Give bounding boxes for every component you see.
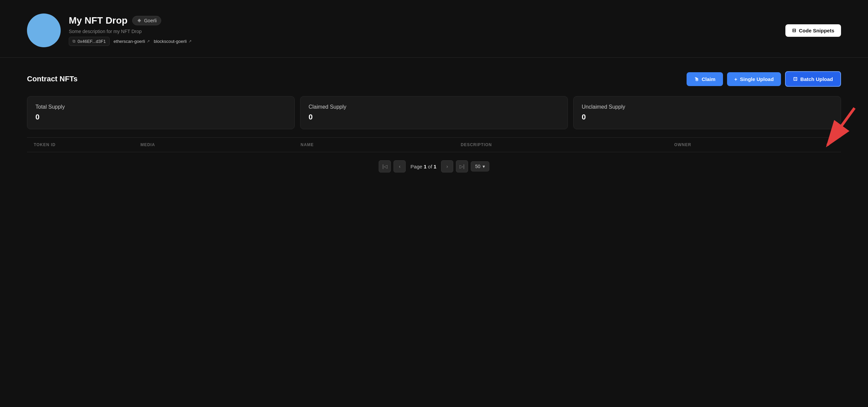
address-row: ⧉ 0x46EF...d3F1 etherscan-goerli ↗ block… [69,37,192,46]
claimed-supply-value: 0 [309,113,559,121]
action-buttons: 🖱 Claim + Single Upload ⊡ Batch Upload [687,71,841,87]
network-label: Goerli [144,18,156,23]
header: My NFT Drop Goerli Some description for … [0,0,868,58]
col-token-id: TOKEN ID [34,142,141,147]
batch-icon: ⊡ [793,76,798,82]
current-page: 1 [424,164,427,169]
blockscout-label: blockscout-goerli [154,39,187,44]
total-supply-card: Total Supply 0 [27,96,295,129]
nft-title: My NFT Drop [69,15,127,26]
section-header: Contract NFTs 🖱 Claim + Single Upload ⊡ … [27,71,841,87]
plus-icon: + [734,76,737,82]
description: Some description for my NFT Drop [69,29,192,34]
claimed-supply-card: Claimed Supply 0 [300,96,568,129]
blockscout-link[interactable]: blockscout-goerli ↗ [154,39,192,44]
col-owner: OWNER [674,142,834,147]
pagination-row: |◁ ‹ Page 1 of 1 › ▷| 50 ▾ [27,152,841,181]
single-upload-button[interactable]: + Single Upload [727,72,781,86]
single-upload-label: Single Upload [740,76,774,82]
code-snippets-button[interactable]: ⊟ Code Snippets [785,24,841,37]
per-page-select[interactable]: 50 ▾ [471,161,489,171]
last-page-icon: ▷| [460,164,465,169]
col-media: MEDIA [141,142,301,147]
total-supply-value: 0 [35,113,286,121]
stats-row: Total Supply 0 Claimed Supply 0 Unclaime… [27,96,841,129]
avatar [27,13,61,47]
batch-upload-button[interactable]: ⊡ Batch Upload [785,71,841,87]
col-description: DESCRIPTION [461,142,674,147]
unclaimed-supply-value: 0 [582,113,833,121]
claim-button[interactable]: 🖱 Claim [687,72,723,86]
main-section: Contract NFTs 🖱 Claim + Single Upload ⊡ … [0,58,868,194]
first-page-button[interactable]: |◁ [379,160,391,172]
unclaimed-supply-label: Unclaimed Supply [582,104,833,110]
external-icon-etherscan: ↗ [147,39,150,44]
header-left: My NFT Drop Goerli Some description for … [27,13,192,47]
address-badge[interactable]: ⧉ 0x46EF...d3F1 [69,37,110,46]
last-page-button[interactable]: ▷| [456,160,468,172]
prev-page-icon: ‹ [399,164,401,169]
table-section: TOKEN ID MEDIA NAME DESCRIPTION OWNER |◁… [27,137,841,181]
first-page-icon: |◁ [382,164,387,169]
next-page-button[interactable]: › [441,160,453,172]
claimed-supply-label: Claimed Supply [309,104,559,110]
chevron-down-icon: ▾ [483,164,485,169]
etherscan-link[interactable]: etherscan-goerli ↗ [114,39,150,44]
prev-page-button[interactable]: ‹ [394,160,406,172]
header-info: My NFT Drop Goerli Some description for … [69,15,192,46]
claim-icon: 🖱 [694,76,699,82]
ethereum-icon [137,18,142,23]
title-row: My NFT Drop Goerli [69,15,192,26]
code-snippets-label: Code Snippets [799,28,834,33]
claim-label: Claim [702,76,716,82]
copy-icon: ⧉ [73,39,76,44]
total-pages: 1 [434,164,436,169]
table-header: TOKEN ID MEDIA NAME DESCRIPTION OWNER [27,137,841,152]
etherscan-label: etherscan-goerli [114,39,145,44]
unclaimed-supply-card: Unclaimed Supply 0 [573,96,841,129]
external-icon-blockscout: ↗ [189,39,192,44]
section-title: Contract NFTs [27,75,78,83]
page-info: Page 1 of 1 [408,164,438,169]
code-icon: ⊟ [792,28,796,33]
address-text: 0x46EF...d3F1 [78,39,106,44]
per-page-value: 50 [475,164,481,169]
batch-upload-label: Batch Upload [800,76,833,82]
total-supply-label: Total Supply [35,104,286,110]
col-name: NAME [300,142,461,147]
network-badge[interactable]: Goerli [132,16,161,25]
next-page-icon: › [446,164,448,169]
